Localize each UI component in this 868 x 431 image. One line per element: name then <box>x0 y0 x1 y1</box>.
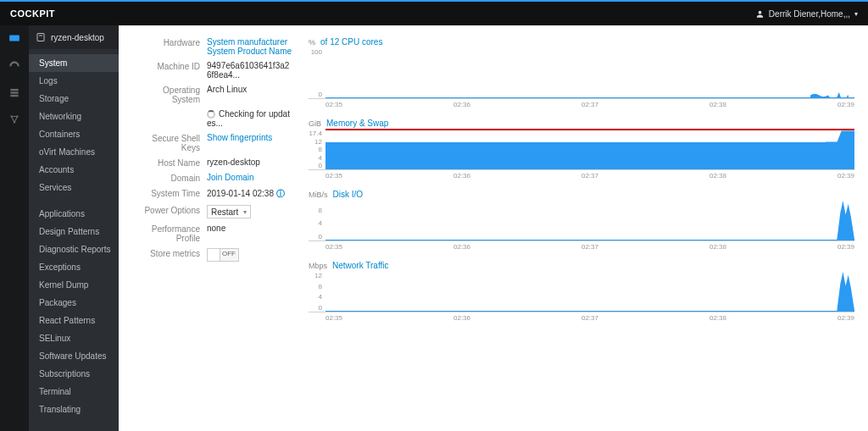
chart-plot: 17.412840 <box>309 130 854 170</box>
brand: COCKPIT <box>10 8 55 19</box>
chart-xaxis: 02:3502:3602:3702:3802:39 <box>326 241 854 251</box>
sidebar-item-storage[interactable]: Storage <box>29 90 119 108</box>
sidebar-item-subscriptions[interactable]: Subscriptions <box>29 365 119 383</box>
svg-point-0 <box>759 10 762 14</box>
lbl-hostname: Host Name <box>132 157 207 168</box>
metrics-toggle[interactable] <box>207 248 239 262</box>
sidebar-item-system[interactable]: System <box>29 54 119 72</box>
chart-unit: Mbps <box>309 262 327 270</box>
sidebar-item-react-patterns[interactable]: React Patterns <box>29 312 119 329</box>
sidebar-item-terminal[interactable]: Terminal <box>29 383 119 401</box>
sidebar-item-kernel-dump[interactable]: Kernel Dump <box>29 276 119 294</box>
svg-rect-2 <box>10 89 18 91</box>
chevron-down-icon: ▾ <box>243 208 247 216</box>
spinner-icon <box>207 110 215 119</box>
server-icon <box>36 31 46 43</box>
svg-rect-9 <box>39 36 42 36</box>
lbl-metrics: Store metrics <box>132 248 207 258</box>
val-os: Arch Linux <box>207 85 293 94</box>
network-icon[interactable] <box>7 113 22 125</box>
chart-disk-i-o: MiB/sDisk I/O84002:3502:3602:3702:3802:3… <box>309 190 854 251</box>
iconbar <box>0 25 29 431</box>
sidebar-item-exceptions[interactable]: Exceptions <box>29 258 119 276</box>
chevron-down-icon: ▾ <box>854 10 858 18</box>
chart-plot: 12840 <box>309 272 854 312</box>
chart-title[interactable]: Network Traffic <box>332 261 389 270</box>
val-ssh[interactable]: Show fingerprints <box>207 133 293 142</box>
sidebar-item-logs[interactable]: Logs <box>29 72 119 90</box>
lbl-power: Power Options <box>132 205 207 215</box>
chart-plot: 840 <box>309 201 854 241</box>
chart-title[interactable]: Memory & Swap <box>326 119 388 128</box>
val-perf: none <box>207 224 293 233</box>
sidebar-item-translating[interactable]: Translating <box>29 401 119 418</box>
lbl-hardware: Hardware <box>132 37 207 47</box>
dashboard-icon[interactable] <box>7 32 22 44</box>
host-row[interactable]: ryzen-desktop <box>29 25 119 49</box>
chart-plot: 1000 <box>309 48 854 99</box>
lbl-domain: Domain <box>132 173 207 183</box>
val-hostname: ryzen-desktop <box>207 157 293 167</box>
val-systime: 2019-01-14 02:38ⓘ <box>207 188 293 200</box>
lbl-ssh: Secure Shell Keys <box>132 133 207 152</box>
val-hardware[interactable]: System manufacturer System Product Name <box>207 37 293 56</box>
val-machineid: 9497e6a6103641f3a26f8ea4... <box>207 61 293 80</box>
chart-title[interactable]: Disk I/O <box>333 190 364 199</box>
svg-rect-3 <box>10 91 18 93</box>
lbl-machineid: Machine ID <box>132 61 207 71</box>
val-domain[interactable]: Join Domain <box>207 173 293 182</box>
sidebar-item-services[interactable]: Services <box>29 179 119 196</box>
chart-title[interactable]: of 12 CPU cores <box>320 37 382 47</box>
chart-network-traffic: MbpsNetwork Traffic1284002:3502:3602:370… <box>309 261 854 322</box>
info-icon[interactable]: ⓘ <box>276 189 285 198</box>
gauge-icon[interactable] <box>7 59 22 71</box>
chart-xaxis: 02:3502:3602:3702:3802:39 <box>326 312 854 322</box>
svg-rect-8 <box>37 34 44 41</box>
chart-unit: MiB/s <box>309 191 328 199</box>
chart-of-12-cpu-cores: %of 12 CPU cores100002:3502:3602:3702:38… <box>309 37 854 108</box>
host-label: ryzen-desktop <box>51 33 104 42</box>
sidebar-item-applications[interactable]: Applications <box>29 205 119 223</box>
sidebar-item-design-patterns[interactable]: Design Patterns <box>29 223 119 240</box>
sidebar-item-ovirt-machines[interactable]: oVirt Machines <box>29 143 119 161</box>
chart-unit: % <box>309 38 315 47</box>
sidebar-item-selinux[interactable]: SELinux <box>29 329 119 347</box>
val-updates: Checking for updates... <box>207 109 293 128</box>
chart-unit: GiB <box>309 119 321 128</box>
storage-icon[interactable] <box>7 86 22 98</box>
svg-rect-4 <box>10 95 18 97</box>
lbl-perf: Performance Profile <box>132 224 207 243</box>
user-name: Derrik Diener,Home,,, <box>769 9 850 19</box>
user-menu[interactable]: Derrik Diener,Home,,, ▾ <box>755 9 858 19</box>
system-info: HardwareSystem manufacturer System Produ… <box>132 37 293 431</box>
sidebar-item-packages[interactable]: Packages <box>29 294 119 312</box>
lbl-systime: System Time <box>132 188 207 198</box>
lbl-os: Operating System <box>132 85 207 104</box>
user-icon <box>755 9 765 19</box>
svg-rect-1 <box>9 36 19 41</box>
chart-memory-swap: GiBMemory & Swap17.41284002:3502:3602:37… <box>309 119 854 180</box>
sidebar-item-diagnostic-reports[interactable]: Diagnostic Reports <box>29 240 119 258</box>
chart-xaxis: 02:3502:3602:3702:3802:39 <box>326 170 854 180</box>
sidebar-item-networking[interactable]: Networking <box>29 108 119 125</box>
sidebar-item-accounts[interactable]: Accounts <box>29 161 119 179</box>
power-select[interactable]: Restart▾ <box>207 205 251 218</box>
chart-xaxis: 02:3502:3602:3702:3802:39 <box>326 99 854 108</box>
sidebar-item-software-updates[interactable]: Software Updates <box>29 347 119 365</box>
sidebar-item-containers[interactable]: Containers <box>29 125 119 143</box>
